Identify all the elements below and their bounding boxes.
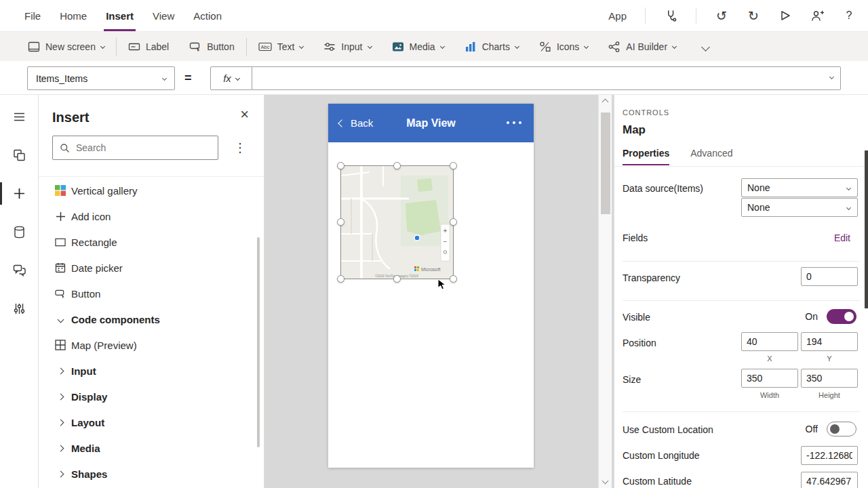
menu-file[interactable]: File bbox=[15, 0, 50, 31]
screen-header: Back Map View bbox=[328, 104, 534, 142]
play-icon[interactable] bbox=[778, 9, 792, 22]
resize-handle-n[interactable] bbox=[393, 162, 401, 169]
resize-handle-ne[interactable] bbox=[450, 162, 457, 169]
insert-item-date-picker[interactable]: Date picker bbox=[39, 255, 264, 281]
close-icon[interactable]: × bbox=[240, 107, 249, 122]
ribbon-charts[interactable]: Charts bbox=[454, 32, 529, 61]
insert-group-code-components[interactable]: Code components bbox=[39, 306, 264, 332]
properties-panel: CONTROLS Map Properties Advanced Data so… bbox=[614, 95, 868, 488]
chevron-down-icon bbox=[846, 185, 851, 190]
data-source-dropdown-1[interactable]: None bbox=[741, 178, 858, 197]
custom-location-toggle[interactable] bbox=[827, 422, 856, 436]
data-sources-icon[interactable] bbox=[12, 225, 26, 239]
custom-longitude-input[interactable] bbox=[801, 446, 858, 465]
comments-icon[interactable] bbox=[12, 263, 26, 277]
insert-group-layout[interactable]: Layout bbox=[39, 409, 264, 435]
redo-icon[interactable]: ↻ bbox=[747, 9, 760, 22]
insert-plus-icon[interactable] bbox=[12, 186, 26, 201]
visible-label: Visible bbox=[623, 312, 650, 323]
tree-view-icon[interactable] bbox=[12, 148, 26, 162]
size-height-input[interactable] bbox=[801, 369, 858, 388]
transparency-input[interactable] bbox=[801, 267, 858, 286]
hamburger-menu-icon[interactable] bbox=[12, 110, 26, 124]
data-source-dropdown-2[interactable]: None bbox=[741, 198, 858, 217]
app-screen-canvas[interactable]: Back Map View bbox=[328, 104, 534, 468]
ribbon-text[interactable]: Abc Text bbox=[248, 32, 314, 61]
scroll-up-icon[interactable] bbox=[602, 99, 609, 106]
ribbon-media-label: Media bbox=[410, 41, 435, 52]
insert-group-input[interactable]: Input bbox=[39, 358, 264, 384]
panel-section-label: CONTROLS bbox=[623, 108, 669, 117]
fx-button[interactable]: fx bbox=[210, 66, 252, 90]
map-control[interactable]: + − Microsoft ©2019 TomTom Imagery ©2019 bbox=[341, 166, 453, 279]
chevron-down-icon bbox=[440, 44, 445, 49]
insert-ribbon: New screen Label Button Abc Text Input M… bbox=[0, 32, 868, 61]
property-selector[interactable]: Items_Items bbox=[27, 66, 175, 90]
insert-group-display[interactable]: Display bbox=[39, 384, 264, 409]
insert-item-label: Rectangle bbox=[71, 237, 117, 248]
insert-item-map-preview[interactable]: Map (Preview) bbox=[39, 332, 264, 358]
menu-action[interactable]: Action bbox=[184, 0, 231, 31]
resize-handle-s[interactable] bbox=[393, 275, 401, 283]
ribbon-overflow-button[interactable] bbox=[703, 41, 709, 53]
chevron-down-icon bbox=[701, 43, 710, 52]
x-caption: X bbox=[741, 354, 798, 363]
canvas-scrollbar[interactable] bbox=[598, 95, 612, 488]
insert-group-label: Display bbox=[71, 391, 107, 403]
insert-item-button[interactable]: Button bbox=[39, 281, 264, 306]
ribbon-new-screen[interactable]: New screen bbox=[18, 32, 115, 61]
resize-handle-e[interactable] bbox=[450, 218, 457, 226]
insert-panel-scrollbar[interactable] bbox=[257, 237, 260, 447]
dropdown-value: None bbox=[747, 202, 770, 213]
icons-icon bbox=[539, 41, 551, 52]
tab-properties[interactable]: Properties bbox=[623, 144, 669, 167]
ribbon-ai-builder[interactable]: AI Builder bbox=[598, 32, 686, 61]
insert-item-label: Map (Preview) bbox=[71, 340, 137, 351]
fields-edit-link[interactable]: Edit bbox=[834, 232, 850, 243]
position-x-input[interactable] bbox=[741, 332, 798, 351]
help-icon[interactable]: ? bbox=[842, 9, 856, 22]
ribbon-input[interactable]: Input bbox=[313, 32, 381, 61]
ribbon-icons[interactable]: Icons bbox=[529, 32, 598, 61]
chevron-down-icon bbox=[672, 44, 677, 49]
tab-advanced[interactable]: Advanced bbox=[690, 144, 732, 167]
undo-icon[interactable]: ↺ bbox=[715, 9, 728, 22]
insert-group-shapes[interactable]: Shapes bbox=[39, 461, 264, 487]
position-y-input[interactable] bbox=[801, 332, 858, 351]
canvas-area[interactable]: Back Map View bbox=[264, 95, 614, 488]
scroll-down-icon[interactable] bbox=[602, 478, 609, 485]
insert-group-media[interactable]: Media bbox=[39, 435, 264, 461]
svg-text:−: − bbox=[443, 238, 448, 245]
ribbon-label[interactable]: Label bbox=[118, 32, 179, 61]
advanced-tools-icon[interactable] bbox=[12, 302, 26, 316]
ribbon-button[interactable]: Button bbox=[179, 32, 244, 61]
ribbon-input-label: Input bbox=[341, 41, 362, 52]
search-input[interactable] bbox=[76, 142, 211, 153]
properties-tabs: Properties Advanced bbox=[623, 144, 733, 167]
insert-item-rectangle[interactable]: Rectangle bbox=[39, 229, 264, 255]
menu-home[interactable]: Home bbox=[50, 0, 96, 31]
ribbon-media[interactable]: Media bbox=[382, 32, 454, 61]
menu-insert[interactable]: Insert bbox=[96, 0, 143, 31]
more-dots-icon[interactable] bbox=[507, 121, 521, 124]
resize-handle-sw[interactable] bbox=[337, 275, 344, 283]
canvas-scrollbar-thumb[interactable] bbox=[601, 113, 610, 214]
app-checker-icon[interactable] bbox=[664, 9, 677, 22]
search-box[interactable] bbox=[52, 136, 218, 160]
insert-item-vertical-gallery[interactable]: Vertical gallery bbox=[39, 178, 264, 203]
properties-scrollbar-thumb[interactable] bbox=[865, 150, 868, 308]
rail-selection-indicator bbox=[0, 182, 2, 205]
resize-handle-nw[interactable] bbox=[337, 162, 344, 169]
menu-view[interactable]: View bbox=[143, 0, 184, 31]
chevron-down-icon bbox=[846, 205, 851, 209]
resize-handle-se[interactable] bbox=[450, 275, 457, 283]
visible-toggle[interactable] bbox=[827, 309, 856, 324]
insert-item-add-icon[interactable]: Add icon bbox=[39, 203, 264, 229]
size-width-input[interactable] bbox=[741, 369, 798, 388]
more-options-icon[interactable]: ⋮ bbox=[234, 140, 246, 155]
button-icon bbox=[189, 41, 201, 52]
resize-handle-w[interactable] bbox=[337, 218, 344, 226]
formula-input[interactable] bbox=[252, 66, 841, 90]
add-person-icon[interactable] bbox=[810, 9, 824, 22]
custom-latitude-input[interactable] bbox=[801, 472, 858, 488]
